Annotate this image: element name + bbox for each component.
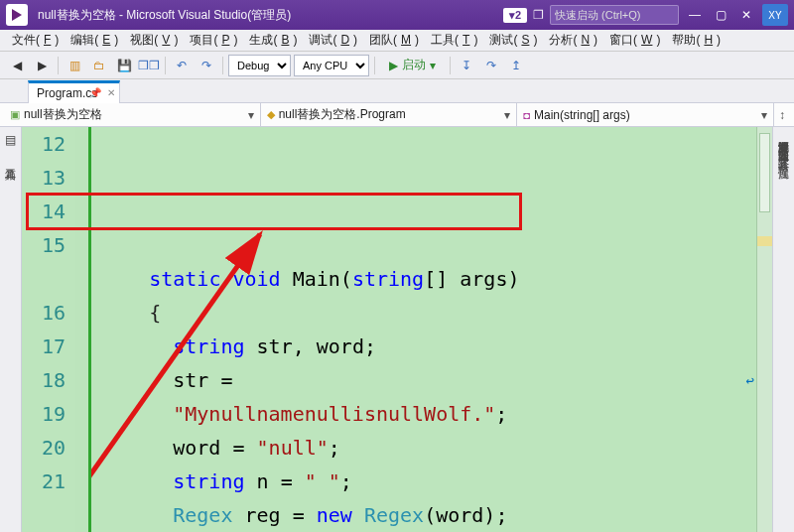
new-project-button[interactable]: ▥ xyxy=(64,55,85,76)
maximize-button[interactable]: ▢ xyxy=(711,5,730,25)
tab-program-cs[interactable]: Program.cs 📌 ✕ xyxy=(28,80,120,103)
nav-class-combo[interactable]: ◆ null替换为空格.Program ▾ xyxy=(261,103,518,126)
nav-back-button[interactable]: ◀ xyxy=(6,55,28,76)
menu-item[interactable]: 文件(F) xyxy=(8,30,63,51)
menu-item[interactable]: 项目(P) xyxy=(186,30,241,51)
tab-label: Program.cs xyxy=(37,86,97,100)
config-combo[interactable]: Debug xyxy=(228,55,291,76)
right-side-panel: 解决方案资源管理器团队资源管理器诊断工具属性 xyxy=(772,127,794,532)
minimize-button[interactable]: — xyxy=(685,5,705,25)
code-line[interactable]: str = ↩ xyxy=(101,363,756,397)
menu-item[interactable]: 分析(N) xyxy=(545,30,601,51)
class-icon: ◆ xyxy=(267,108,275,121)
highlight-box xyxy=(26,193,522,230)
document-tab-strip: Program.cs 📌 ✕ xyxy=(0,79,794,103)
toolbar: ◀ ▶ ▥ 🗀 💾 ❒❒ ↶ ↷ Debug Any CPU ▶ 启动 ▾ ↧ … xyxy=(0,52,794,79)
code-line[interactable]: string n = " "; xyxy=(101,465,756,498)
code-line[interactable]: { xyxy=(101,296,756,330)
scrollbar-thumb[interactable] xyxy=(759,133,770,212)
split-view-button[interactable]: ↕ xyxy=(774,108,790,122)
platform-combo[interactable]: Any CPU xyxy=(294,55,369,76)
step-over-button[interactable]: ↷ xyxy=(480,55,502,76)
csharp-project-icon: ▣ xyxy=(10,108,20,121)
pin-icon[interactable]: 📌 xyxy=(89,87,101,98)
menu-item[interactable]: 视图(V) xyxy=(126,30,182,51)
menu-item[interactable]: 生成(B) xyxy=(245,30,301,51)
step-out-button[interactable]: ↥ xyxy=(505,55,527,76)
menu-item[interactable]: 帮助(H) xyxy=(668,30,725,51)
chevron-down-icon: ▾ xyxy=(761,108,767,122)
menu-item[interactable]: 调试(D) xyxy=(305,30,361,51)
chevron-down-icon: ▾ xyxy=(504,108,510,122)
line-number-gutter: 1213141516171819202122 xyxy=(22,127,75,532)
code-line[interactable]: word = "null"; xyxy=(101,431,756,465)
menu-item[interactable]: 测试(S) xyxy=(485,30,541,51)
window-title: null替换为空格 - Microsoft Visual Studio(管理员) xyxy=(38,7,503,24)
feedback-icon[interactable]: ❐ xyxy=(533,8,544,22)
redo-button[interactable]: ↷ xyxy=(196,55,217,76)
notification-flag[interactable]: ▾2 xyxy=(503,8,527,23)
menu-item[interactable]: 工具(T) xyxy=(427,30,481,51)
step-into-button[interactable]: ↧ xyxy=(456,55,477,76)
code-nav-bar: ▣ null替换为空格 ▾ ◆ null替换为空格.Program ▾ ◘ Ma… xyxy=(0,103,794,127)
code-line[interactable]: "MynullnamenullisnullWolf."; xyxy=(101,397,756,431)
tab-close-icon[interactable]: ✕ xyxy=(107,87,115,98)
menu-item[interactable]: 窗口(W) xyxy=(605,30,664,51)
code-line[interactable]: static void Main(string[] args) xyxy=(101,262,756,296)
scrollbar-marker xyxy=(757,236,772,246)
fold-gutter[interactable] xyxy=(75,127,91,532)
title-bar: null替换为空格 - Microsoft Visual Studio(管理员)… xyxy=(0,0,794,30)
chevron-down-icon: ▾ xyxy=(248,108,254,122)
code-line[interactable]: string str, word; xyxy=(101,330,756,363)
close-button[interactable]: ✕ xyxy=(736,5,756,25)
server-explorer-icon[interactable]: ▤ xyxy=(5,133,16,147)
xy-badge: XY xyxy=(762,4,788,26)
code-content[interactable]: static void Main(string[] args) { string… xyxy=(91,127,756,532)
menu-item[interactable]: 团队(M) xyxy=(365,30,423,51)
word-wrap-icon: ↩ xyxy=(746,363,754,397)
code-editor[interactable]: 1213141516171819202122 static void Main(… xyxy=(22,127,772,532)
open-button[interactable]: 🗀 xyxy=(88,55,110,76)
undo-button[interactable]: ↶ xyxy=(171,55,193,76)
menu-item[interactable]: 编辑(E) xyxy=(66,30,122,51)
vs-logo-icon xyxy=(6,4,28,26)
method-icon: ◘ xyxy=(523,109,530,121)
save-button[interactable]: 💾 xyxy=(113,55,135,76)
nav-fwd-button[interactable]: ▶ xyxy=(31,55,53,76)
quick-launch-input[interactable] xyxy=(550,5,679,25)
start-debug-button[interactable]: ▶ 启动 ▾ xyxy=(380,55,445,76)
code-line[interactable]: Regex reg = new Regex(word); xyxy=(101,498,756,532)
left-side-panel: ▤ 工具箱 xyxy=(0,127,22,532)
editor-scrollbar[interactable] xyxy=(756,127,772,532)
editor-area: ▤ 工具箱 1213141516171819202122 static void… xyxy=(0,127,794,532)
nav-project-combo[interactable]: ▣ null替换为空格 ▾ xyxy=(4,103,261,126)
nav-method-combo[interactable]: ◘ Main(string[] args) ▾ xyxy=(517,103,774,126)
save-all-button[interactable]: ❒❒ xyxy=(138,55,160,76)
menu-bar: 文件(F)编辑(E)视图(V)项目(P)生成(B)调试(D)团队(M)工具(T)… xyxy=(0,30,794,52)
